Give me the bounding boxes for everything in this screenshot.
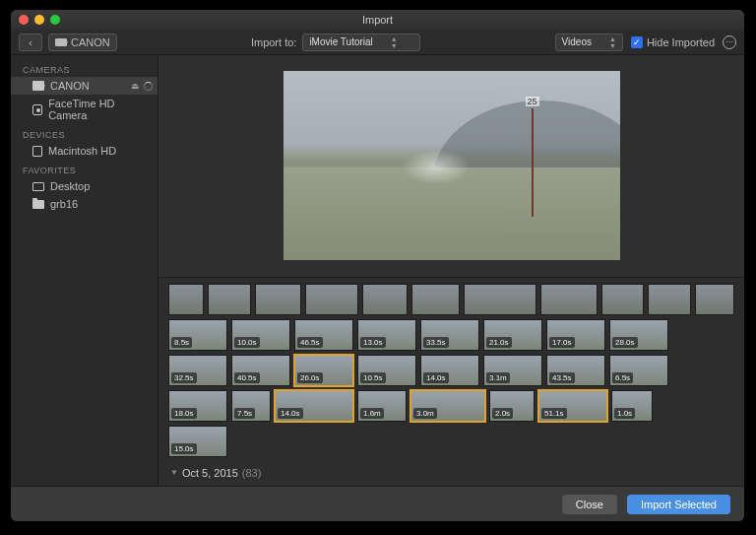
clip-thumbnail[interactable]: 43.5s	[546, 355, 605, 386]
clip-thumbnail[interactable]: 10.5s	[357, 355, 416, 386]
clip-thumbnail[interactable]: 14.0s	[275, 390, 353, 422]
clip-thumbnail[interactable]	[464, 284, 536, 315]
sidebar-item[interactable]: Desktop	[11, 177, 158, 195]
camera-source-button[interactable]: CANON	[48, 33, 117, 51]
hide-imported-label: Hide Imported	[647, 36, 715, 48]
clip-thumbnail[interactable]: 8.5s	[168, 319, 227, 351]
sidebar-item[interactable]: grb16	[11, 195, 158, 213]
disclosure-triangle-icon[interactable]: ▼	[170, 468, 178, 477]
clip-duration: 6.5s	[612, 372, 633, 383]
clip-thumbnail[interactable]: 13.0s	[357, 319, 416, 351]
clip-thumbnail[interactable]: 51.1s	[538, 390, 607, 422]
clip-thumbnail[interactable]	[255, 284, 302, 315]
main: 8.5s10.0s46.5s13.0s33.5s21.0s17.0s28.0s3…	[158, 55, 744, 486]
footer: Close Import Selected	[11, 486, 744, 521]
clip-duration: 40.5s	[234, 372, 260, 383]
spinner-icon	[144, 82, 153, 91]
clip-duration: 14.0s	[278, 408, 303, 419]
clip-duration: 8.5s	[171, 337, 192, 348]
clip-thumbnail[interactable]: 1.6m	[357, 390, 407, 422]
zoom-window-icon[interactable]	[50, 15, 60, 25]
clip-thumbnail[interactable]: 28.0s	[609, 319, 668, 351]
clip-preview[interactable]	[284, 71, 620, 260]
body: CAMERASCANON⏏FaceTime HD CameraDEVICESMa…	[11, 55, 744, 486]
sidebar-item[interactable]: Macintosh HD	[11, 142, 158, 160]
clip-thumbnail[interactable]: 14.0s	[420, 355, 479, 386]
sidebar-item-label: Desktop	[50, 180, 90, 192]
clip-thumbnail[interactable]: 21.0s	[483, 319, 542, 351]
updown-icon: ▲▼	[391, 35, 398, 49]
clip-thumbnail[interactable]	[540, 284, 598, 315]
clip-thumbnail[interactable]: 1.0s	[611, 390, 653, 422]
clip-duration: 13.0s	[360, 337, 386, 348]
clip-duration: 7.5s	[234, 408, 255, 419]
clip-thumbnail[interactable]: 2.0s	[489, 390, 535, 422]
clip-duration: 32.5s	[171, 372, 197, 383]
sidebar-item[interactable]: CANON⏏	[11, 77, 158, 95]
import-selected-button[interactable]: Import Selected	[627, 495, 730, 514]
fold-icon	[32, 200, 44, 209]
import-to-value: iMovie Tutorial	[309, 36, 372, 47]
hd-icon	[32, 146, 42, 157]
clip-thumbnail[interactable]	[648, 284, 691, 315]
clip-duration: 18.0s	[171, 408, 197, 419]
clip-thumbnail[interactable]: 40.5s	[231, 355, 290, 386]
frame-rate-icon[interactable]: ⋯	[723, 35, 736, 49]
clip-thumbnail[interactable]: 32.5s	[168, 355, 227, 386]
clip-duration: 10.0s	[234, 337, 260, 348]
clip-thumbnail[interactable]	[362, 284, 408, 315]
window-title: Import	[11, 14, 744, 26]
window-controls	[19, 15, 60, 25]
chevron-left-icon: ‹	[29, 36, 32, 48]
import-window: Import ‹ CANON Import to: iMovie Tutoria…	[11, 10, 744, 521]
clip-thumbnail[interactable]: 17.0s	[546, 319, 605, 351]
clip-thumbnail[interactable]: 3.1m	[483, 355, 542, 386]
hide-imported-toggle[interactable]: ✓ Hide Imported	[631, 36, 715, 48]
clip-thumbnail[interactable]: 7.5s	[231, 390, 271, 422]
clip-duration: 15.0s	[171, 443, 197, 454]
sidebar-section-header: CAMERAS	[11, 59, 158, 77]
sidebar-item-label: grb16	[50, 198, 78, 210]
eject-icon[interactable]: ⏏	[131, 81, 140, 91]
sidebar-item-label: Macintosh HD	[48, 145, 116, 157]
clip-thumbnail[interactable]: 33.5s	[420, 319, 479, 351]
import-to-popup[interactable]: iMovie Tutorial ▲▼	[302, 33, 420, 51]
clip-thumbnail[interactable]	[305, 284, 358, 315]
close-button[interactable]: Close	[562, 495, 617, 514]
clip-duration: 14.0s	[423, 372, 449, 383]
clip-thumbnail[interactable]: 15.0s	[168, 426, 227, 457]
clip-thumbnail[interactable]	[601, 284, 645, 315]
camera-source-label: CANON	[71, 36, 110, 48]
back-button[interactable]: ‹	[19, 33, 42, 51]
clip-thumbnail[interactable]: 46.5s	[294, 319, 353, 351]
clip-thumbnail[interactable]	[695, 284, 734, 315]
sidebar: CAMERASCANON⏏FaceTime HD CameraDEVICESMa…	[11, 55, 158, 486]
event-header[interactable]: ▼Oct 5, 2015(83)	[168, 461, 734, 481]
desk-icon	[32, 182, 44, 191]
titlebar: Import	[11, 10, 744, 30]
close-window-icon[interactable]	[19, 15, 29, 25]
clip-thumbnail[interactable]: 6.5s	[609, 355, 668, 386]
minimize-window-icon[interactable]	[34, 15, 44, 25]
checkbox-checked-icon: ✓	[631, 36, 643, 48]
clip-duration: 3.1m	[486, 372, 510, 383]
clip-duration: 26.0s	[297, 372, 323, 383]
clip-thumbnail[interactable]: 3.0m	[410, 390, 485, 422]
clip-thumbnail[interactable]	[208, 284, 251, 315]
event-count: (83)	[242, 467, 262, 479]
media-filter-value: Videos	[562, 36, 592, 47]
clip-thumbnail[interactable]: 26.0s	[294, 355, 353, 386]
sidebar-item[interactable]: FaceTime HD Camera	[11, 95, 158, 124]
sidebar-item-label: CANON	[50, 80, 90, 92]
toolbar: ‹ CANON Import to: iMovie Tutorial ▲▼ Vi…	[11, 30, 744, 55]
clip-duration: 28.0s	[612, 337, 638, 348]
clip-strip[interactable]: 8.5s10.0s46.5s13.0s33.5s21.0s17.0s28.0s3…	[158, 277, 744, 486]
clip-duration: 2.0s	[492, 408, 513, 419]
clip-thumbnail[interactable]: 18.0s	[168, 390, 227, 422]
media-filter-popup[interactable]: Videos ▲▼	[555, 33, 623, 51]
clip-duration: 3.0m	[413, 408, 437, 419]
clip-thumbnail[interactable]	[168, 284, 204, 315]
clip-thumbnail[interactable]	[411, 284, 461, 315]
updown-icon: ▲▼	[609, 35, 616, 49]
clip-thumbnail[interactable]: 10.0s	[231, 319, 290, 351]
